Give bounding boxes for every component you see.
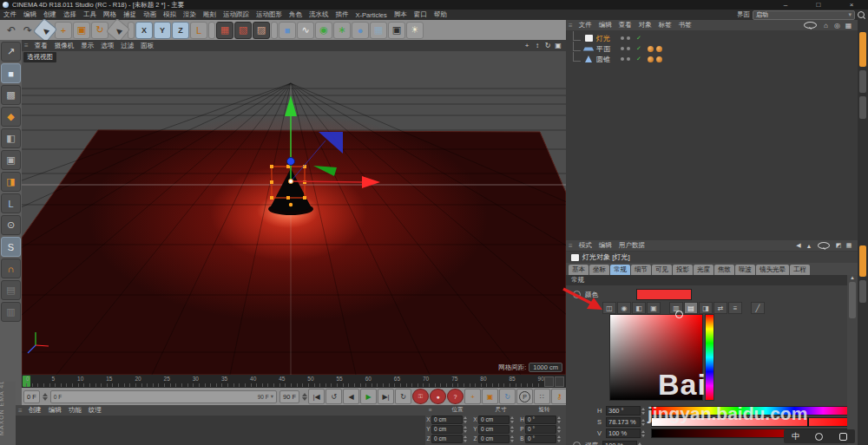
axis-handle-sphere[interactable] bbox=[287, 158, 295, 166]
color-wheel-icon[interactable]: ◉ bbox=[617, 302, 631, 314]
stepper-icon[interactable] bbox=[638, 442, 642, 445]
stepper-icon[interactable] bbox=[510, 426, 515, 433]
history-back-icon[interactable]: ◀ bbox=[793, 242, 804, 249]
lock-z-axis[interactable]: Z bbox=[172, 22, 189, 39]
attribute-scrollbar[interactable]: ▲ bbox=[847, 275, 858, 445]
gizmo-origin[interactable] bbox=[288, 179, 293, 183]
texture-tag-icon[interactable] bbox=[656, 46, 662, 52]
viewport-canvas[interactable] bbox=[22, 51, 566, 375]
panel-grip[interactable]: ≡ bbox=[566, 22, 575, 29]
rotation-value-field[interactable]: 0 ° bbox=[525, 416, 556, 424]
attribute-tab[interactable]: 噪波 bbox=[735, 265, 755, 275]
panel-tab[interactable] bbox=[859, 70, 866, 93]
last-tool[interactable]: ▲ bbox=[106, 17, 130, 42]
section-header[interactable]: 常规 bbox=[566, 275, 852, 285]
om-search-icon[interactable] bbox=[804, 22, 817, 29]
texture-mode-icon[interactable]: ▩ bbox=[1, 85, 21, 105]
points-mode-icon[interactable]: ◆ bbox=[1, 107, 21, 127]
menu-item[interactable]: 选择 bbox=[60, 10, 80, 19]
attribute-tab[interactable]: 基本 bbox=[569, 265, 589, 275]
editor-visibility-dot[interactable] bbox=[621, 47, 624, 50]
zoom-view-icon[interactable]: ↕ bbox=[532, 42, 542, 49]
end-frame-field[interactable]: 90 F bbox=[279, 390, 299, 403]
object-manager-menu-item[interactable]: 书签 bbox=[675, 21, 695, 29]
size-value-field[interactable]: 0 cm bbox=[478, 425, 510, 434]
mixer-mode-icon[interactable]: ⇄ bbox=[713, 302, 727, 314]
menu-item[interactable]: 角色 bbox=[286, 10, 306, 19]
deformers-menu[interactable]: ● bbox=[352, 22, 369, 39]
menu-item[interactable]: 渲染 bbox=[180, 10, 200, 19]
undo-icon[interactable]: ↶ bbox=[3, 23, 19, 38]
record-parameter-toggle[interactable]: P bbox=[516, 389, 533, 404]
saturation-slider[interactable] bbox=[651, 417, 847, 427]
record-keyframe-button[interactable]: ⚿ bbox=[412, 389, 429, 404]
texture-tag-icon[interactable] bbox=[656, 56, 662, 62]
object-name[interactable]: 圆锥 bbox=[596, 55, 621, 64]
editor-visibility-dot[interactable] bbox=[621, 57, 624, 61]
previous-frame-button[interactable]: ◀ bbox=[343, 389, 359, 404]
menu-item[interactable]: 动画 bbox=[140, 10, 160, 19]
menu-item[interactable]: 创建 bbox=[40, 10, 60, 19]
saturation-value-field[interactable]: 78.173 % bbox=[606, 417, 641, 427]
maximize-button[interactable]: □ bbox=[802, 1, 835, 9]
menu-item[interactable]: 网格 bbox=[100, 10, 120, 19]
hue-slider[interactable] bbox=[651, 406, 847, 416]
object-icon[interactable] bbox=[583, 56, 594, 62]
scrollbar-thumb[interactable] bbox=[849, 282, 856, 318]
edge-mode-icon[interactable]: ◧ bbox=[1, 128, 21, 148]
hue-value-field[interactable]: 360 ° bbox=[606, 406, 641, 416]
ime-language[interactable]: 中 bbox=[792, 431, 799, 442]
sep[interactable] bbox=[271, 22, 278, 39]
stepper-icon[interactable] bbox=[464, 416, 468, 423]
menu-item[interactable]: 模拟 bbox=[160, 10, 180, 19]
attribute-menu-item[interactable]: 模式 bbox=[575, 241, 595, 250]
scroll-up-icon[interactable]: ▲ bbox=[847, 275, 858, 280]
stepper-icon[interactable] bbox=[557, 426, 562, 433]
object-manager-menu-item[interactable]: 查看 bbox=[615, 21, 635, 29]
workplane-icon[interactable]: L bbox=[1, 193, 21, 213]
search-icon[interactable] bbox=[858, 11, 865, 18]
hsv-mode-icon[interactable]: ▤ bbox=[684, 302, 698, 314]
rotation-value-field[interactable]: 0 ° bbox=[525, 425, 556, 434]
enable-check-icon[interactable]: ✓ bbox=[636, 56, 641, 62]
attribute-tab[interactable]: 坐标 bbox=[589, 265, 609, 275]
history-up-icon[interactable]: ▲ bbox=[804, 243, 814, 249]
animation-dot-icon[interactable] bbox=[573, 442, 581, 445]
menu-item[interactable]: 捕捉 bbox=[120, 10, 140, 19]
menu-item[interactable]: 流水线 bbox=[306, 10, 332, 19]
image-mode-icon[interactable]: ▣ bbox=[647, 302, 661, 314]
menu-item[interactable]: 帮助 bbox=[431, 10, 450, 19]
lock-icon[interactable]: ◩ bbox=[833, 242, 844, 249]
start-frame-field[interactable]: 0 F bbox=[23, 390, 40, 403]
panel-grip[interactable]: ≡ bbox=[16, 407, 25, 415]
move-tool[interactable]: + bbox=[55, 22, 72, 39]
am-search-icon[interactable] bbox=[818, 242, 830, 249]
viewport-menu-item[interactable]: 查看 bbox=[31, 42, 51, 50]
color-field-marker[interactable] bbox=[675, 311, 683, 318]
viewport-menu-item[interactable]: 显示 bbox=[77, 42, 97, 50]
gap[interactable] bbox=[743, 303, 750, 313]
render-visibility-dot[interactable] bbox=[627, 57, 630, 61]
gradient-box-icon[interactable]: ◧ bbox=[632, 302, 646, 314]
close-button[interactable]: × bbox=[835, 1, 868, 9]
om-panel-icon[interactable]: ▦ bbox=[843, 22, 854, 29]
size-value-field[interactable]: 0 cm bbox=[478, 435, 510, 443]
color-swatch[interactable] bbox=[636, 289, 692, 300]
object-manager-menu-item[interactable]: 编辑 bbox=[595, 21, 615, 29]
menu-item[interactable]: 雕刻 bbox=[200, 10, 220, 19]
menu-item[interactable]: X-Particles bbox=[352, 11, 391, 19]
editor-visibility-dot[interactable] bbox=[621, 36, 624, 40]
object-row[interactable]: 灯光 ✓ bbox=[566, 33, 858, 43]
rotation-value-field[interactable]: 0 ° bbox=[525, 435, 556, 443]
stepper-icon[interactable] bbox=[641, 419, 646, 426]
layer-b-icon[interactable]: ▥ bbox=[1, 302, 21, 322]
stepper-icon[interactable] bbox=[641, 430, 646, 437]
ime-settings-icon[interactable] bbox=[839, 433, 847, 441]
menu-item[interactable]: 工具 bbox=[80, 10, 100, 19]
render-settings-button[interactable]: ▨ bbox=[253, 22, 270, 39]
layer-tab[interactable] bbox=[859, 32, 866, 67]
scale-tool[interactable]: ▣ bbox=[73, 22, 90, 39]
stepper-icon[interactable] bbox=[557, 416, 562, 423]
panel-tab[interactable] bbox=[859, 280, 866, 303]
generators-menu[interactable]: ◉ bbox=[315, 22, 332, 39]
